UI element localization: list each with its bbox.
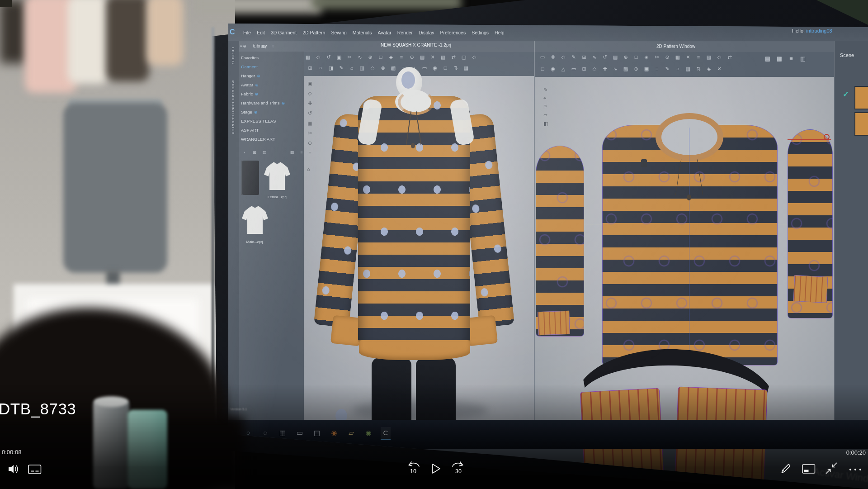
tool-icon: ▧ — [622, 66, 629, 72]
tool-icon: ▭ — [421, 65, 428, 71]
tool-icon: ▤ — [261, 150, 268, 155]
library-item-stage: Stage⊕ — [241, 108, 302, 117]
tool-icon: ▣ — [335, 54, 343, 60]
tool-icon: ≡ — [250, 44, 258, 48]
pattern-red-guide — [788, 139, 831, 140]
toolbar-2d-row2: □◉△▭⊞◇✚∿▧⊕▣≡✎○▦⇅◈✕ — [539, 66, 723, 72]
tool-icon: ⊞ — [580, 66, 588, 72]
rack-garment-cream — [68, 0, 108, 84]
library-nav-icons: ‹⊞▤ — [241, 150, 268, 155]
video-player-window: { "player": { "title": "DTB_8733", "curr… — [0, 0, 868, 489]
fabric-swatch-orange — [854, 112, 868, 136]
tool-icon: ≡ — [788, 55, 795, 62]
tool-icon: ◇ — [306, 90, 314, 97]
tool-icon: ✂ — [346, 54, 353, 60]
library-list: FavoritesGarmentHanger⊕Avatar⊕Fabric⊕Har… — [241, 53, 302, 144]
edit-button[interactable] — [779, 462, 792, 475]
tool-icon: ▧ — [705, 54, 712, 60]
tool-icon: ✎ — [570, 54, 577, 60]
menu-item-edit: Edit — [257, 30, 265, 35]
overlay-dot-on-head — [401, 71, 415, 89]
pattern-necklace-pendant — [687, 195, 691, 200]
fabric-swatch-orange — [854, 86, 868, 109]
tool-icon: ⊗ — [379, 65, 387, 71]
tool-icon: P — [543, 104, 553, 109]
tool-icon: ∿ — [591, 54, 598, 60]
play-button[interactable] — [428, 461, 443, 476]
tool-icon: □ — [377, 54, 384, 60]
tool-icon: ◧ — [543, 121, 553, 127]
rack-garment-tan — [147, 0, 183, 66]
menu-item-file: File — [243, 30, 251, 35]
tool-icon: ≡ — [653, 66, 660, 72]
tools-3d-column: ▣◇✚↺▦✂⊙≡ — [306, 80, 316, 157]
library-item-garment: Garment — [241, 62, 302, 71]
menu-item-2d-pattern: 2D Pattern — [302, 30, 325, 35]
garment-file-name: Femal...zprj — [261, 195, 293, 199]
tool-icon: ◇ — [716, 54, 723, 60]
menu-item-preferences: Preferences — [440, 30, 466, 35]
tool-icon: ⊞ — [307, 65, 314, 71]
library-item-hardware-and-trims: Hardware and Trims⊕ — [241, 99, 302, 108]
tool-icon: ⌂ — [348, 65, 355, 71]
tool-icon: ▦ — [304, 54, 311, 60]
library-item-badge-icon: ⊕ — [257, 74, 260, 78]
captions-button[interactable] — [28, 465, 42, 475]
toolbar-2d-row1: ▭✚◇✎⊞∿↺▤⊕□◈✂⊙▦✕≡▧◇⇄ — [539, 54, 733, 60]
tab-history: HISTORY — [231, 47, 235, 65]
menu-item-sewing: Sewing — [331, 30, 346, 35]
necklace-pendant — [411, 143, 415, 148]
library-item-label: Favorites — [241, 55, 259, 60]
tool-icon: ▢ — [460, 54, 467, 60]
tool-3d-extra-icon: ⌂ — [307, 166, 310, 172]
project-window-title: NEW SQUASH X GRANITE -1.2prj — [357, 43, 475, 47]
tool-icon: ○ — [674, 66, 681, 72]
tool-icon: ◨ — [327, 65, 335, 71]
tool-icon: △ — [560, 66, 567, 72]
library-item-label: Hardware and Trims — [241, 100, 280, 105]
library-nav-icons-right: ▦≡ — [288, 150, 305, 155]
pattern-window-title: 2D Pattern Window — [633, 44, 719, 49]
tool-icon: ▣ — [643, 66, 650, 72]
tool-icon: ○ — [317, 65, 324, 71]
volume-button[interactable] — [7, 463, 20, 475]
office-chair-mesh-back — [63, 103, 167, 273]
frame-corner-dark — [0, 0, 12, 7]
tool-icon: ▱ — [543, 112, 553, 118]
tool-icon: ▥ — [359, 65, 366, 71]
mini-player-button[interactable] — [802, 464, 816, 474]
more-options-icon — [848, 467, 863, 472]
tool-icon: ✚ — [549, 54, 557, 60]
tool-icon: ◈ — [643, 54, 650, 60]
tool-icon: ▤ — [419, 54, 426, 60]
tool-icon: ◉ — [431, 65, 439, 71]
tool-icon: ▦ — [462, 65, 470, 71]
menu-item-materials: Materials — [353, 30, 372, 35]
seek-bar[interactable] — [0, 439, 868, 446]
captions-icon — [28, 465, 42, 475]
garment-file-thumbnail-male — [241, 204, 269, 237]
tool-icon: ✚ — [306, 100, 314, 107]
library-item-label: EXPRESS TELAS — [241, 119, 276, 123]
collapse-icon — [825, 461, 838, 475]
library-header-icons: ⊕≡▦◌ — [241, 44, 277, 48]
pattern-piece-cuff-left — [538, 311, 570, 335]
account-greeting: Hello, inttrading08 — [792, 28, 832, 33]
skip-back-label: 10 — [408, 468, 419, 475]
tool-icon: ⌖ — [543, 95, 553, 101]
pattern-red-marker — [824, 134, 830, 140]
garment-file-thumbnail-female — [263, 161, 291, 193]
tool-icon: ‹ — [241, 150, 248, 155]
collapse-button[interactable] — [825, 461, 838, 475]
rack-garment-dark — [0, 0, 27, 63]
more-options-button[interactable] — [848, 467, 863, 472]
tool-icon: ✚ — [601, 66, 609, 72]
library-item-badge-icon: ⊕ — [254, 110, 258, 114]
tool-icon: ▦ — [776, 55, 783, 62]
tool-icon: ▥ — [799, 55, 807, 62]
library-item-avatar: Avatar⊕ — [241, 81, 302, 90]
tool-icon: ⊞ — [251, 150, 258, 155]
library-item-label: Avatar — [241, 82, 253, 87]
scene-panel-title: Scene — [840, 52, 854, 58]
pattern-piece-sleeve-left — [536, 146, 584, 337]
